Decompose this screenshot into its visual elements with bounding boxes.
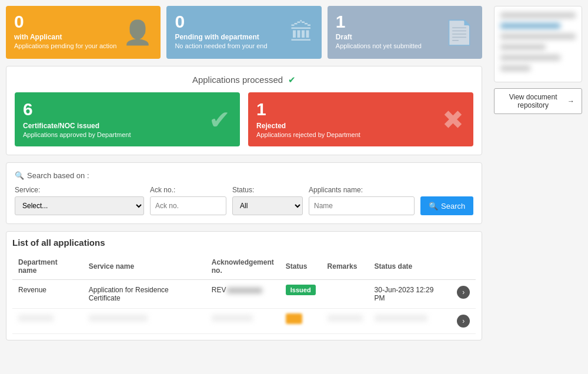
name-input[interactable] [309,196,415,215]
status-field-group: Status: All [232,186,303,215]
proc-card-issued: 6 Certificate/NOC issued Applications ap… [15,92,240,146]
right-panel: View document repository → [488,0,588,346]
search-label: 🔍 Search based on : [15,171,473,180]
proc-num-issued: 6 [23,101,232,118]
proc-title-rejected: Rejected [256,122,465,130]
service-select[interactable]: Select... [15,196,144,215]
right-blurred-5 [500,55,560,61]
proc-title-issued: Certificate/NOC issued [23,122,232,130]
ack-field-group: Ack no.: [150,186,226,215]
row2-action-button[interactable]: › [457,315,470,328]
table-row: Revenue Application for Residence Certif… [12,280,476,309]
row2-ack [206,309,280,334]
row2-status [280,309,322,334]
proc-desc-issued: Applications approved by Department [23,131,232,138]
search-fields: Service: Select... Ack no.: Status: All [15,186,473,215]
col-remarks: Remarks [322,253,369,280]
col-action [451,253,476,280]
table-row: › [12,309,476,334]
right-blurred-6 [500,65,530,71]
applicant-name-label: Applicants name: [309,186,415,194]
processed-cards: 6 Certificate/NOC issued Applications ap… [15,92,473,146]
status-select[interactable]: All [232,196,303,215]
row2-service [83,309,206,334]
proc-num-rejected: 1 [256,101,465,118]
proc-desc-rejected: Applications rejected by Department [256,131,465,138]
processed-title: Applications processed ✔ [15,75,473,85]
right-blurred-2 [500,23,560,29]
col-service: Service name [83,253,206,280]
search-icon: 🔍 [15,171,24,180]
right-blurred-4 [500,44,546,50]
checkmark-icon: ✔ [286,75,296,85]
row2-date [369,309,452,334]
row1-ack: REV [206,280,280,309]
row1-status: Issued [280,280,322,309]
row2-dept [12,309,83,334]
stat-card-draft: 1 Draft Applications not yet submitted 📄 [328,6,482,59]
rejected-icon: ✖ [442,105,464,135]
search-button[interactable]: 🔍 Search [420,196,473,215]
row2-remarks [322,309,369,334]
name-field-group: Applicants name: [309,186,415,215]
col-ack: Acknowledgementno. [206,253,280,280]
stats-row: 0 with Applicant Applications pending fo… [6,6,482,59]
search-btn-icon: 🔍 [429,202,438,211]
issued-badge: Issued [286,285,316,295]
right-panel-content [494,6,582,82]
table-header-row: Department name Service name Acknowledge… [12,253,476,280]
ack-input[interactable] [150,196,226,215]
arrow-right-icon: → [567,97,574,105]
applicant-icon: 👤 [123,19,152,46]
row1-dept: Revenue [12,280,83,309]
view-document-repository-button[interactable]: View document repository → [494,88,582,114]
search-section: 🔍 Search based on : Service: Select... A… [6,162,482,224]
col-status: Status [280,253,322,280]
issued-icon: ✔ [209,105,230,135]
department-icon: 🏛 [290,19,313,46]
row1-service: Application for Residence Certificate [83,280,206,309]
row2-action[interactable]: › [451,309,476,334]
stat-card-applicant: 0 with Applicant Applications pending fo… [6,6,161,59]
row1-action[interactable]: › [451,280,476,309]
table-title: List of all applications [12,238,476,248]
right-blurred-3 [500,34,576,39]
draft-icon: 📄 [445,19,474,46]
ack-label: Ack no.: [150,186,226,194]
applications-table: Department name Service name Acknowledge… [12,253,476,334]
stat-card-department: 0 Pending with department No action need… [166,6,321,59]
right-blurred-1 [500,12,576,18]
pending-badge [286,313,302,324]
service-label: Service: [15,186,144,194]
col-date: Status date [369,253,452,280]
row1-action-button[interactable]: › [457,286,470,299]
col-dept: Department name [12,253,83,280]
row1-date: 30-Jun-2023 12:29 PM [369,280,452,309]
service-field-group: Service: Select... [15,186,144,215]
status-label: Status: [232,186,303,194]
table-section: List of all applications Department name… [6,231,482,340]
proc-card-rejected: 1 Rejected Applications rejected by Depa… [248,92,473,146]
row1-remarks [322,280,369,309]
processed-section: Applications processed ✔ 6 Certificate/N… [6,66,482,155]
